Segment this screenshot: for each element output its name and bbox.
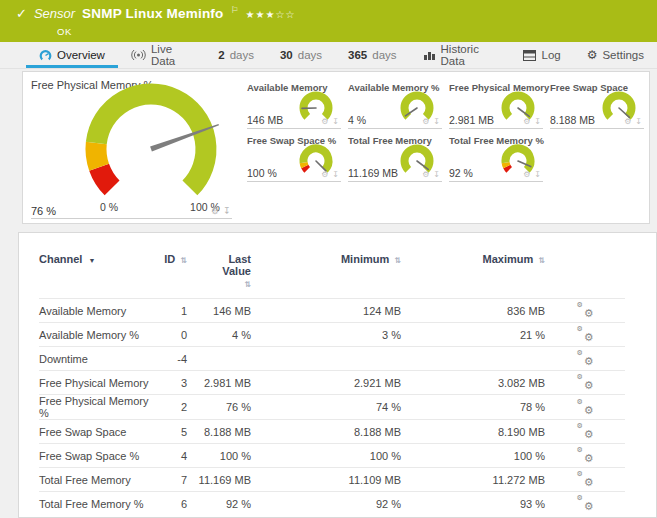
gear-icon: ⚙ [577, 373, 583, 380]
channel-settings-button[interactable]: ⚙⚙ [577, 350, 594, 365]
header-label: Minimum [341, 253, 389, 265]
channel-id: 6 [157, 492, 187, 516]
gauge-pin-icon[interactable]: ↧ [534, 171, 541, 179]
tab-label: days [372, 49, 396, 61]
channel-settings-button[interactable]: ⚙⚙ [577, 471, 594, 486]
gauge-pin-icon[interactable]: ↧ [332, 171, 339, 179]
minimum-value: 11.109 MB [251, 468, 401, 492]
gear-icon: ⚙ [577, 325, 583, 332]
channel-settings-button[interactable]: ⚙⚙ [577, 447, 594, 462]
gauge-tile-free-physical-memory[interactable]: Free Physical Memory 2.981 MB ⚙↧ [445, 78, 546, 131]
gauge-settings-gear-icon[interactable]: ⚙ [321, 118, 328, 126]
gauge-pin-icon[interactable]: ↧ [635, 118, 642, 126]
gauge-value: 2.981 MB [449, 114, 494, 126]
gauge-pin-icon[interactable]: ↧ [223, 207, 231, 216]
small-gauges-grid: Available Memory 146 MB ⚙↧ Available Mem… [243, 78, 647, 184]
gauge-tile-free-swap-space-pct[interactable]: Free Swap Space % 100 % ⚙↧ [243, 131, 344, 184]
gear-icon: ⚙ [577, 446, 583, 453]
channel-id: 4 [157, 444, 187, 468]
channel-settings-button[interactable]: ⚙⚙ [577, 374, 594, 389]
gauge-tile-total-free-memory-pct[interactable]: Total Free Memory % 92 % ⚙↧ [445, 131, 546, 184]
column-header-maximum[interactable]: Maximum ⇅ [401, 249, 545, 299]
gauge-pin-icon[interactable]: ↧ [534, 118, 541, 126]
gear-icon: ⚙ [587, 49, 598, 61]
sort-desc-icon: ▼ [88, 257, 95, 264]
minimum-value: 124 MB [251, 299, 401, 323]
gauge-settings-gear-icon[interactable]: ⚙ [422, 118, 429, 126]
maximum-value: 11.272 MB [401, 468, 545, 492]
channel-name: Downtime [39, 347, 157, 371]
tab-365-days[interactable]: 365 days [335, 42, 409, 68]
gauges-panel: Free Physical Memory % 0 % 100 % 76 % ⚙ … [22, 71, 650, 224]
gauge-min-label: 0 % [89, 201, 129, 213]
flag-icon[interactable]: ⚐ [230, 5, 238, 15]
gear-icon: ⚙ [577, 349, 583, 356]
channel-settings-button[interactable]: ⚙⚙ [577, 302, 594, 317]
channel-name: Free Physical Memory [39, 371, 157, 395]
tab-live-data[interactable]: Live Data [118, 42, 205, 68]
table-header-row: Channel ▼ ID ⇅ Last Value ⇅ Minimum ⇅ [39, 249, 625, 299]
gear-icon: ⚙ [584, 477, 594, 488]
gauge-tile-free-swap-space[interactable]: Free Swap Space 8.188 MB ⚙↧ [546, 78, 647, 131]
gauge-value: 8.188 MB [550, 114, 595, 126]
gauge-pin-icon[interactable]: ↧ [433, 118, 440, 126]
maximum-value: 93 % [401, 492, 545, 516]
maximum-value: 21 % [401, 323, 545, 347]
last-value: 2.981 MB [187, 371, 251, 395]
channel-id: 5 [157, 420, 187, 444]
channel-table-panel: Channel ▼ ID ⇅ Last Value ⇅ Minimum ⇅ [18, 232, 657, 518]
sort-icon: ⇅ [180, 256, 187, 265]
channel-settings-button[interactable]: ⚙⚙ [577, 399, 594, 414]
main-gauge-tile[interactable]: Free Physical Memory % 0 % 100 % 76 % ⚙ … [23, 72, 239, 225]
last-value: 92 % [187, 492, 251, 516]
channel-name: Available Memory % [39, 323, 157, 347]
tab-settings[interactable]: ⚙ Settings [574, 42, 657, 68]
tab-log[interactable]: Log [510, 42, 573, 68]
gauge-tile-total-free-memory[interactable]: Total Free Memory 11.169 MB ⚙↧ [344, 131, 445, 184]
table-row: Available Memory 1 146 MB 124 MB 836 MB … [39, 299, 625, 323]
bar-chart-icon [423, 49, 436, 61]
tab-historic-data[interactable]: Historic Data [410, 42, 511, 68]
gauge-settings-gear-icon[interactable]: ⚙ [624, 118, 631, 126]
channel-id: 0 [157, 323, 187, 347]
gauge-settings-gear-icon[interactable]: ⚙ [523, 118, 530, 126]
gauge-pin-icon[interactable]: ↧ [332, 118, 339, 126]
tab-30-days[interactable]: 30 days [267, 42, 335, 68]
tab-2-days[interactable]: 2 days [205, 42, 267, 68]
gauge-tile-available-memory[interactable]: Available Memory 146 MB ⚙↧ [243, 78, 344, 131]
table-row: Free Swap Space % 4 100 % 100 % 100 % ⚙⚙ [39, 444, 625, 468]
gauge-pin-icon[interactable]: ↧ [433, 171, 440, 179]
last-value: 11.169 MB [187, 468, 251, 492]
overview-gauge-icon [39, 49, 52, 62]
header-label: Maximum [482, 253, 533, 265]
channel-settings-button[interactable]: ⚙⚙ [577, 326, 594, 341]
last-value: 76 % [187, 395, 251, 420]
gear-icon: ⚙ [577, 470, 583, 477]
maximum-value: 8.190 MB [401, 420, 545, 444]
column-header-minimum[interactable]: Minimum ⇅ [251, 249, 401, 299]
tab-label: Live Data [151, 43, 192, 67]
gear-icon: ⚙ [584, 453, 594, 464]
channel-settings-button[interactable]: ⚙⚙ [577, 495, 594, 510]
column-header-channel[interactable]: Channel ▼ [39, 249, 157, 299]
gauge-settings-gear-icon[interactable]: ⚙ [211, 207, 219, 216]
gauge-value: 92 % [449, 167, 473, 179]
channel-settings-button[interactable]: ⚙⚙ [577, 423, 594, 438]
last-value: 146 MB [187, 299, 251, 323]
channel-id: 7 [157, 468, 187, 492]
table-row: Free Physical Memory % 2 76 % 74 % 78 % … [39, 395, 625, 420]
gauge-value: 146 MB [247, 114, 283, 126]
gauge-settings-gear-icon[interactable]: ⚙ [523, 171, 530, 179]
sensor-header: ✓ Sensor SNMP Linux Meminfo ⚐ ★★★☆☆ OK [0, 0, 657, 42]
broadcast-icon [131, 49, 146, 61]
tab-overview[interactable]: Overview [26, 42, 118, 68]
gear-icon: ⚙ [584, 501, 594, 512]
column-header-last-value[interactable]: Last Value ⇅ [187, 249, 251, 299]
gauge-tile-available-memory-pct[interactable]: Available Memory % 4 % ⚙↧ [344, 78, 445, 131]
column-header-id[interactable]: ID ⇅ [157, 249, 187, 299]
gauge-settings-gear-icon[interactable]: ⚙ [422, 171, 429, 179]
priority-stars[interactable]: ★★★☆☆ [246, 9, 296, 20]
last-value: 4 % [187, 323, 251, 347]
gauge-settings-gear-icon[interactable]: ⚙ [321, 171, 328, 179]
divider [31, 218, 232, 219]
